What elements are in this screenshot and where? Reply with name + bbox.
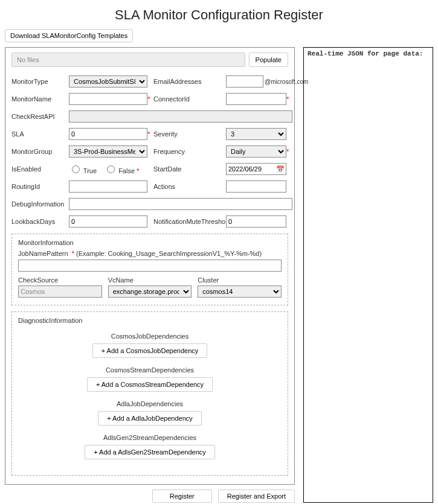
- frequency-select[interactable]: Daily: [226, 145, 286, 158]
- monitor-type-select[interactable]: CosmosJobSubmitSLA: [69, 75, 147, 88]
- severity-select[interactable]: 3: [226, 128, 286, 140]
- notif-mute-input[interactable]: [226, 215, 286, 228]
- add-adls-gen2-dep-button[interactable]: + Add a AdlsGen2StreamDependency: [85, 445, 215, 459]
- label-lookback-days: LookbackDays: [11, 218, 69, 225]
- label-actions: Actions: [153, 183, 226, 190]
- form-panel: No files Populate MonitorType CosmosJobS…: [5, 47, 295, 485]
- job-name-pattern-input[interactable]: [18, 260, 282, 272]
- sla-input[interactable]: [69, 128, 147, 140]
- register-button[interactable]: Register: [152, 490, 212, 503]
- label-email-addresses: EmailAddresses: [153, 78, 226, 85]
- register-export-button[interactable]: Register and Export: [218, 490, 295, 503]
- add-adla-job-dep-button[interactable]: + Add a AdlaJobDependency: [98, 411, 202, 426]
- label-monitor-group: MonitorGroup: [11, 148, 69, 155]
- label-check-source: CheckSource: [18, 276, 102, 284]
- label-check-rest-api: CheckRestAPI: [11, 113, 69, 120]
- monitor-group-select[interactable]: 3S-Prod-BusinessMetrics: [69, 145, 147, 158]
- required-star: *: [147, 130, 153, 138]
- radio-false[interactable]: False *: [104, 164, 139, 174]
- dep-block-cosmos-stream: CosmosStreamDependencies + Add a CosmosS…: [18, 366, 282, 392]
- monitor-name-input[interactable]: [69, 93, 147, 105]
- label-monitor-name: MonitorName: [11, 95, 69, 103]
- add-cosmos-job-dep-button[interactable]: + Add a CosmosJobDependency: [92, 343, 208, 358]
- label-monitor-type: MonitorType: [11, 78, 69, 85]
- label-start-date: StartDate: [153, 165, 226, 173]
- connector-id-input[interactable]: [226, 93, 286, 105]
- label-debug-info: DebugInformation: [11, 200, 69, 208]
- email-input[interactable]: [226, 75, 263, 88]
- page-title: SLA Monitor Configuration Register: [5, 7, 433, 23]
- label-cluster: Cluster: [198, 276, 282, 284]
- label-connector-id: ConnectorId: [153, 95, 226, 103]
- dep-block-cosmos-job: CosmosJobDependencies + Add a CosmosJobD…: [18, 333, 282, 358]
- cluster-select[interactable]: cosmos14: [198, 285, 282, 298]
- diag-title: DiagnosticInformation: [18, 317, 282, 324]
- label-frequency: Frequency: [153, 148, 226, 155]
- required-star: *: [147, 95, 153, 103]
- dep-title: AdlsGen2StreamDependencies: [18, 434, 282, 441]
- radio-true[interactable]: True: [69, 164, 97, 174]
- dep-block-adls-gen2: AdlsGen2StreamDependencies + Add a AdlsG…: [18, 434, 282, 459]
- check-source-input: [18, 285, 102, 298]
- dep-title: AdlaJobDependencies: [18, 400, 282, 407]
- lookback-days-input[interactable]: [69, 215, 147, 228]
- dep-block-adla-job: AdlaJobDependencies + Add a AdlaJobDepen…: [18, 400, 282, 426]
- dep-title: CosmosStreamDependencies: [18, 366, 282, 374]
- calendar-icon[interactable]: 📅: [276, 165, 285, 173]
- vc-name-select[interactable]: exchange.storage.prod: [108, 285, 192, 298]
- monitor-info-title: MonitorInformation: [18, 239, 282, 246]
- json-preview-title: Real-time JSON for page data:: [308, 50, 429, 57]
- add-cosmos-stream-dep-button[interactable]: + Add a CosmosStreamDependency: [87, 377, 213, 392]
- debug-info-input[interactable]: [69, 198, 292, 210]
- check-rest-api-input: [69, 110, 292, 123]
- email-suffix: @microsoft.com: [265, 78, 308, 85]
- label-is-enabled: IsEnabled: [11, 165, 69, 173]
- actions-input[interactable]: [226, 180, 286, 193]
- diagnostic-information-section: DiagnosticInformation CosmosJobDependenc…: [11, 311, 288, 476]
- monitor-information-section: MonitorInformation JobNamePattern * (Exa…: [11, 234, 288, 305]
- job-name-example: (Example: Cooking_Usage_SearchImpression…: [76, 250, 262, 257]
- routing-id-input[interactable]: [69, 180, 147, 193]
- dep-title: CosmosJobDependencies: [18, 333, 282, 340]
- label-job-name-pattern: JobNamePattern: [18, 250, 68, 257]
- json-preview-panel: Real-time JSON for page data:: [303, 47, 433, 503]
- label-vc-name: VcName: [108, 276, 192, 284]
- required-star: *: [286, 95, 292, 103]
- file-input-placeholder[interactable]: No files: [11, 53, 245, 67]
- start-date-input[interactable]: [227, 164, 276, 174]
- required-star: *: [286, 148, 292, 155]
- populate-button[interactable]: Populate: [249, 53, 288, 67]
- label-severity: Severity: [153, 130, 226, 138]
- download-templates-button[interactable]: Download SLAMonitorConfig Templates: [5, 29, 133, 42]
- label-notif-mute: NotificationMuteThreshold: [153, 218, 226, 225]
- required-star: *: [72, 250, 74, 257]
- label-sla: SLA: [11, 130, 69, 138]
- label-routing-id: RoutingId: [11, 183, 69, 190]
